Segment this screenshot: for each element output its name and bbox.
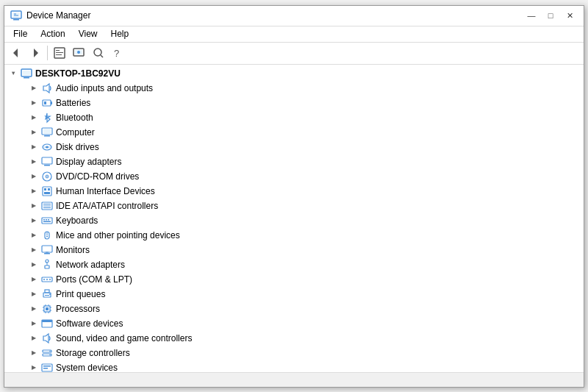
root-icon [21, 68, 32, 79]
toolbar-forward-button[interactable] [26, 44, 44, 62]
svg-rect-76 [42, 320, 52, 322]
toolbar-update-driver-button[interactable] [70, 44, 87, 62]
tree-item-monitors[interactable]: ▶ Monitors [4, 243, 584, 257]
system-expand-icon[interactable]: ▶ [28, 362, 40, 372]
svg-point-13 [77, 51, 80, 54]
tree-item-storage[interactable]: ▶ Storage controllers [4, 346, 584, 360]
svg-marker-5 [13, 49, 18, 57]
tree-item-dvd[interactable]: ▶ DVD/CD-ROM drives [4, 169, 584, 184]
menu-view[interactable]: View [73, 27, 104, 40]
svg-point-60 [49, 279, 51, 280]
menu-file[interactable]: File [7, 27, 33, 40]
tree-root-item[interactable]: ▾ DESKTOP-1BC92VU [4, 66, 584, 81]
svg-marker-20 [43, 84, 49, 93]
svg-rect-42 [43, 207, 51, 208]
processors-icon [41, 303, 53, 315]
batteries-expand-icon[interactable]: ▶ [28, 97, 40, 109]
toolbar-properties-button[interactable] [51, 44, 68, 62]
keyboard-icon [41, 215, 53, 227]
svg-rect-83 [43, 366, 51, 367]
device-tree[interactable]: ▾ DESKTOP-1BC92VU ▶ [4, 65, 584, 372]
device-manager-window: Device Manager — □ ✕ File Action View He… [4, 5, 584, 388]
dvd-expand-icon[interactable]: ▶ [28, 171, 40, 182]
svg-rect-36 [44, 188, 46, 190]
tree-item-mice[interactable]: ▶ Mice and other pointing devices [4, 228, 584, 243]
toolbar-help-button[interactable]: ? [108, 44, 126, 62]
tree-item-system[interactable]: ▶ System devices [4, 360, 584, 372]
network-label: Network adapters [54, 260, 125, 270]
svg-rect-52 [44, 253, 50, 254]
svg-point-58 [43, 279, 45, 280]
tree-item-sound[interactable]: ▶ Sound, video and game controllers [4, 331, 584, 346]
svg-point-64 [49, 293, 51, 295]
audio-label: Audio inputs and outputs [54, 83, 153, 93]
svg-rect-8 [56, 50, 60, 51]
svg-rect-37 [48, 188, 50, 190]
sound-expand-icon[interactable]: ▶ [28, 332, 40, 344]
hid-label: Human Interface Devices [54, 186, 155, 196]
hid-expand-icon[interactable]: ▶ [28, 185, 40, 197]
display-expand-icon[interactable]: ▶ [28, 156, 40, 168]
processors-expand-icon[interactable]: ▶ [28, 303, 40, 315]
svg-rect-22 [51, 101, 52, 104]
ide-expand-icon[interactable]: ▶ [28, 200, 40, 212]
audio-expand-icon[interactable]: ▶ [28, 82, 40, 94]
tree-item-batteries[interactable]: ▶ Batteries [4, 96, 584, 110]
ide-icon [41, 200, 53, 212]
tree-item-display[interactable]: ▶ Display adapters [4, 154, 584, 169]
tree-item-disk[interactable]: ▶ Disk drives [4, 140, 584, 154]
mice-expand-icon[interactable]: ▶ [28, 229, 40, 241]
toolbar-scan-button[interactable] [89, 44, 107, 62]
svg-point-59 [46, 279, 48, 280]
tree-item-keyboard[interactable]: ▶ Keyboards [4, 213, 584, 228]
display-icon [41, 156, 53, 168]
tree-item-print[interactable]: ▶ Print queues [4, 287, 584, 302]
ports-expand-icon[interactable]: ▶ [28, 274, 40, 285]
toolbar-back-button[interactable] [7, 44, 25, 62]
maximize-button[interactable]: □ [542, 9, 559, 22]
root-label: DESKTOP-1BC92VU [34, 68, 121, 79]
storage-expand-icon[interactable]: ▶ [28, 347, 40, 359]
tree-item-ports[interactable]: ▶ Ports (COM & LPT) [4, 272, 584, 287]
keyboard-expand-icon[interactable]: ▶ [28, 215, 40, 227]
menu-help[interactable]: Help [105, 27, 135, 40]
svg-rect-43 [42, 218, 52, 224]
menu-bar: File Action View Help [4, 26, 584, 43]
tree-item-processors[interactable]: ▶ Processors [4, 302, 584, 316]
close-button[interactable]: ✕ [562, 9, 578, 22]
sound-icon [41, 332, 53, 344]
monitors-icon [41, 244, 53, 256]
minimize-button[interactable]: — [523, 9, 539, 22]
dvd-label: DVD/CD-ROM drives [54, 171, 139, 182]
sound-label: Sound, video and game controllers [54, 333, 192, 343]
tree-item-computer[interactable]: ▶ Computer [4, 125, 584, 140]
monitors-label: Monitors [54, 245, 90, 255]
menu-action[interactable]: Action [35, 27, 71, 40]
svg-rect-47 [43, 221, 51, 222]
computer-expand-icon[interactable]: ▶ [28, 126, 40, 138]
window-title: Device Manager [26, 10, 90, 21]
svg-rect-23 [44, 101, 46, 104]
print-expand-icon[interactable]: ▶ [28, 288, 40, 300]
bluetooth-expand-icon[interactable]: ▶ [28, 112, 40, 124]
update-driver-icon [73, 47, 85, 59]
svg-point-14 [94, 49, 101, 56]
svg-text:?: ? [114, 48, 119, 59]
computer-icon [41, 126, 53, 138]
status-bar [4, 372, 584, 387]
root-expand-icon[interactable]: ▾ [7, 68, 19, 79]
tree-item-software[interactable]: ▶ Software devices [4, 316, 584, 331]
monitors-expand-icon[interactable]: ▶ [28, 244, 40, 256]
svg-rect-19 [23, 71, 30, 75]
svg-rect-54 [45, 266, 49, 268]
network-expand-icon[interactable]: ▶ [28, 259, 40, 271]
mice-icon [41, 229, 53, 241]
tree-item-hid[interactable]: ▶ Human Interface Devices [4, 184, 584, 199]
svg-rect-21 [43, 100, 51, 106]
tree-item-network[interactable]: ▶ Network adapters [4, 257, 584, 272]
tree-item-bluetooth[interactable]: ▶ Bluetooth [4, 110, 584, 125]
tree-item-ide[interactable]: ▶ IDE ATA/ATAPI controllers [4, 199, 584, 213]
tree-item-audio[interactable]: ▶ Audio inputs and outputs [4, 81, 584, 96]
software-expand-icon[interactable]: ▶ [28, 318, 40, 329]
disk-expand-icon[interactable]: ▶ [28, 141, 40, 153]
